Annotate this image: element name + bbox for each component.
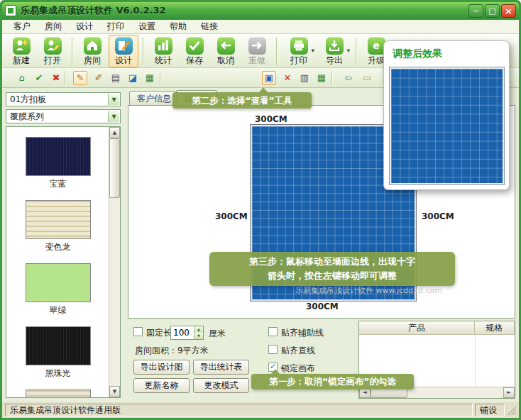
callout-step2-text: 第二步：选择“查看”工具	[192, 95, 292, 106]
print-icon	[290, 37, 308, 55]
app-window: 乐易集成吊顶设计软件 V6.0.2.32 ─ □ × 客户 房间 设计 打印 设…	[0, 0, 521, 420]
undo-button[interactable]: 取消	[211, 35, 241, 67]
length-stepper[interactable]: ▲ ▼	[170, 326, 204, 340]
series-select[interactable]: 覆膜系列 ▼	[6, 109, 121, 123]
product-column-header[interactable]: 产品	[359, 321, 475, 334]
printer-icon[interactable]: ▤	[109, 71, 123, 85]
category-select-value: 01方扣板	[10, 94, 46, 104]
upgrade-icon: e	[368, 37, 385, 55]
swatch-item-partial[interactable]	[6, 380, 109, 398]
swatch-item-bianselong[interactable]: 变色龙	[6, 190, 109, 253]
room-button[interactable]: 房间	[77, 35, 107, 67]
snap-lines-checkbox[interactable]	[268, 345, 278, 354]
dimension-top: 300CM	[255, 114, 287, 124]
swatch-item-heizhuguang[interactable]: 黑珠光	[6, 316, 109, 380]
maximize-button[interactable]: □	[485, 4, 500, 18]
scroll-right-icon[interactable]: ►	[503, 387, 515, 398]
toolbar-separator	[72, 38, 73, 65]
spec-column-header[interactable]: 规格	[475, 321, 515, 334]
home-icon[interactable]: ⌂	[15, 71, 29, 85]
add-grid-icon[interactable]: ▦	[143, 71, 157, 85]
design-button[interactable]: 设计	[109, 35, 138, 67]
snap-lines-label: 贴齐直线	[281, 345, 315, 357]
status-mode: 铺设	[475, 404, 505, 416]
material-list: 宝蓝 变色龙 翠绿 黑珠光 ▲ ▼	[6, 126, 121, 398]
swatch-image	[26, 137, 91, 176]
scroll-up-icon[interactable]: ▲	[109, 127, 120, 138]
swatch-item-cuilv[interactable]: 翠绿	[6, 253, 109, 316]
minimize-button[interactable]: ─	[468, 4, 483, 18]
export-stats-button[interactable]: 导出统计表	[193, 360, 249, 375]
close-button[interactable]: ×	[501, 4, 516, 18]
menu-print[interactable]: 打印	[100, 19, 131, 34]
toolbar-separator	[160, 71, 161, 85]
export-design-button[interactable]: 导出设计图	[133, 360, 190, 375]
callout-step3-line2: 箭头时，按住左键移动即可调整	[209, 269, 455, 283]
spin-up-icon[interactable]: ▲	[194, 326, 203, 333]
export-button[interactable]: 导出 ▾	[317, 35, 351, 67]
snap-guides-checkbox[interactable]	[268, 327, 278, 336]
menu-customer[interactable]: 客户	[6, 19, 38, 34]
redo-button[interactable]: 重做	[242, 35, 272, 67]
new-button[interactable]: 新建	[6, 35, 36, 67]
menu-design[interactable]: 设计	[69, 19, 100, 34]
chevron-down-icon[interactable]: ▼	[108, 111, 119, 122]
toolbar-separator	[143, 38, 144, 65]
callout-step3: 第三步：鼠标移动至墙面边线，出现十字 箭头时，按住左键移动即可调整	[209, 252, 455, 286]
back-icon[interactable]: ⇦	[341, 71, 356, 85]
apply-icon[interactable]: ✔	[32, 71, 46, 85]
design-icon	[115, 37, 133, 55]
menu-room[interactable]: 房间	[38, 19, 69, 34]
tab-customer-info[interactable]: 客户信息	[129, 91, 179, 105]
category-select[interactable]: 01方扣板 ▼	[6, 92, 121, 106]
preview-panel: 调整后效果	[383, 40, 510, 190]
brush-icon[interactable]: ✎	[73, 71, 87, 85]
room-icon	[84, 37, 102, 55]
menu-settings[interactable]: 设置	[131, 19, 163, 34]
open-button[interactable]: 打开	[38, 35, 67, 67]
swatch-item-baolan[interactable]: 宝蓝	[6, 127, 109, 190]
status-text: 乐易集成吊顶设计软件通用版	[5, 404, 473, 416]
scrollbar-thumb[interactable]	[109, 138, 120, 198]
menu-help[interactable]: 帮助	[163, 19, 194, 34]
remove-icon[interactable]: ✕	[280, 71, 295, 85]
ruler-icon[interactable]: ▭	[360, 71, 374, 85]
layout-icon[interactable]: ▦	[314, 71, 329, 85]
export-dropdown-caret-icon[interactable]: ▾	[346, 47, 350, 54]
resize-grip-icon[interactable]	[507, 406, 516, 415]
save-button[interactable]: 保存	[180, 35, 209, 67]
spin-down-icon[interactable]: ▼	[194, 333, 203, 339]
statistics-button[interactable]: 统计	[148, 35, 178, 67]
wand-icon[interactable]: ✐	[92, 71, 106, 85]
toolbar-separator	[331, 71, 333, 85]
table-icon[interactable]: ▥	[297, 71, 312, 85]
callout-step2: 第二步：选择“查看”工具	[172, 92, 312, 109]
dimension-right: 300CM	[422, 211, 454, 221]
spinner-buttons: ▲ ▼	[194, 326, 203, 339]
swatch-image	[26, 326, 91, 365]
material-items: 宝蓝 变色龙 翠绿 黑珠光	[6, 127, 109, 398]
chevron-down-icon[interactable]: ▼	[108, 94, 119, 105]
material-list-scrollbar[interactable]: ▲ ▼	[109, 127, 120, 397]
delete-icon[interactable]: ✖	[49, 71, 63, 85]
unit-label: 厘米	[209, 328, 226, 340]
scroll-down-icon[interactable]: ▼	[109, 386, 120, 397]
length-input[interactable]	[171, 326, 194, 339]
fill-icon[interactable]: ◪	[126, 71, 140, 85]
toolbar-separator	[356, 38, 357, 65]
callout-step1: 第一步：取消“锁定画布”的勾选	[251, 374, 414, 389]
lock-canvas-label: 锁定画布	[281, 363, 315, 375]
snap-guides-label: 贴齐辅助线	[281, 327, 324, 339]
window-controls: ─ □ ×	[468, 4, 516, 18]
update-name-button[interactable]: 更新名称	[133, 378, 190, 393]
status-bar: 乐易集成吊顶设计软件通用版 铺设	[2, 402, 519, 418]
change-mode-button[interactable]: 更改模式	[193, 378, 249, 393]
swatch-image	[26, 263, 91, 302]
toolbar-separator	[276, 38, 278, 65]
menu-links[interactable]: 链接	[194, 19, 225, 34]
print-button[interactable]: 打印 ▾	[282, 35, 316, 67]
view-tool-icon[interactable]: ▣	[262, 71, 276, 85]
print-dropdown-caret-icon[interactable]: ▾	[311, 47, 314, 54]
fixed-length-checkbox[interactable]	[133, 327, 143, 336]
swatch-label: 翠绿	[50, 304, 67, 316]
